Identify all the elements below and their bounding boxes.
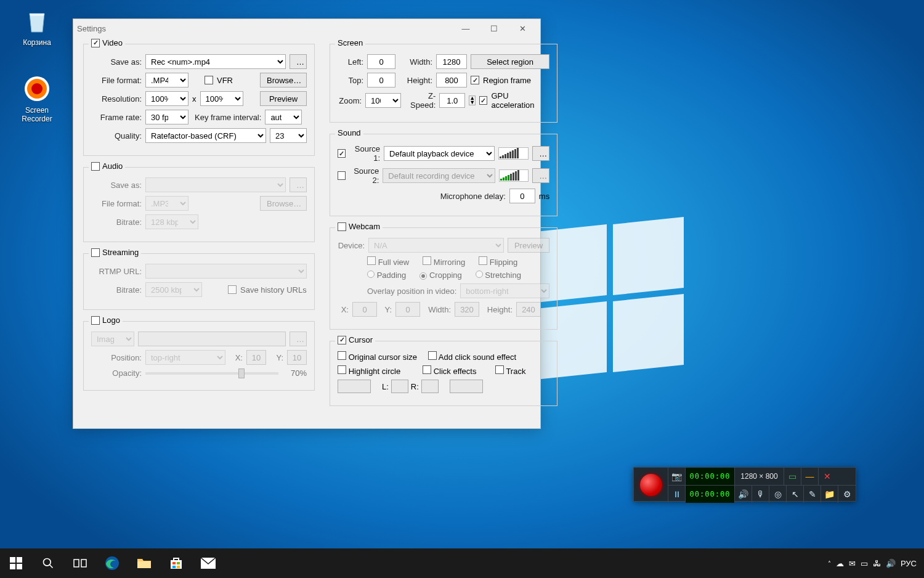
track-checkbox[interactable] [495, 365, 504, 374]
webcam-y-input [395, 302, 420, 317]
zoom-label: Zoom: [338, 96, 362, 105]
region-button[interactable]: ▭ [784, 468, 801, 485]
zspeed-spinner[interactable]: ▲▼ [469, 96, 476, 105]
mic-delay-unit: ms [539, 192, 549, 201]
top-input[interactable] [367, 73, 395, 88]
search-button[interactable] [32, 548, 64, 578]
video-format-select[interactable]: .MP4 [145, 73, 188, 88]
quality-value-select[interactable]: 23 [270, 128, 307, 143]
source2-checkbox[interactable] [338, 171, 346, 180]
preview-button[interactable]: Preview [260, 91, 307, 106]
video-saveas-select[interactable]: Rec <num>.mp4 [145, 54, 286, 69]
top-label: Top: [338, 76, 363, 85]
video-saveas-label: Save as: [91, 57, 142, 67]
system-tray: ˄ ☁ ✉ ▭ 🖧 🔊 РУС [821, 559, 924, 568]
close-button[interactable]: ✕ [508, 19, 537, 38]
minimize-button[interactable]: — [452, 19, 480, 38]
close-bar-button[interactable]: ✕ [819, 468, 836, 485]
network-icon[interactable]: 🖧 [873, 559, 881, 568]
zoom-select[interactable]: 100% [365, 93, 401, 108]
speaker-button[interactable]: 🔊 [735, 486, 752, 503]
vfr-checkbox[interactable] [205, 76, 213, 84]
battery-icon[interactable]: ▭ [861, 559, 868, 568]
maximize-button[interactable]: ☐ [480, 19, 508, 38]
track-color[interactable] [450, 380, 483, 393]
settings-window: Settings — ☐ ✕ Video Save as: Rec <num>.… [73, 18, 541, 429]
resolution-height-select[interactable]: 100% [200, 91, 243, 106]
logo-enable-checkbox[interactable] [91, 316, 100, 325]
messenger-icon[interactable]: ✉ [849, 559, 856, 568]
device-select: N/A [368, 238, 504, 253]
left-click-color[interactable] [391, 380, 408, 393]
source1-select[interactable]: Default playback device [384, 146, 495, 161]
recycle-bin[interactable]: Корзина [12, 6, 62, 47]
webcam-w-input [455, 302, 479, 317]
quality-mode-select[interactable]: Ratefactor-based (CRF) [145, 128, 266, 143]
left-input[interactable] [367, 54, 395, 69]
video-enable-checkbox[interactable] [91, 39, 100, 47]
select-region-button[interactable]: Select region [471, 54, 549, 69]
screenshot-button[interactable]: 📷 [668, 468, 686, 485]
region-frame-checkbox[interactable] [471, 76, 479, 84]
svg-rect-6 [17, 564, 22, 569]
gpu-checkbox[interactable] [479, 96, 487, 105]
mic-delay-input[interactable] [509, 189, 535, 203]
titlebar[interactable]: Settings — ☐ ✕ [73, 19, 540, 38]
flipping-label: Flipping [490, 258, 518, 267]
highlight-color[interactable] [338, 380, 371, 393]
audio-format-label: File format: [91, 199, 142, 208]
cursor-button[interactable]: ↖ [787, 486, 804, 503]
tray-overflow-button[interactable]: ˄ [828, 560, 831, 567]
edge-button[interactable] [96, 548, 128, 578]
original-size-checkbox[interactable] [338, 351, 346, 360]
store-button[interactable] [160, 548, 192, 578]
mic-delay-label: Microphone delay: [440, 192, 506, 201]
audio-saveas-label: Save as: [91, 181, 142, 190]
webcam-enable-checkbox[interactable] [338, 222, 346, 231]
left-label: Left: [338, 57, 363, 67]
video-saveas-browse-button[interactable]: … [290, 54, 307, 69]
recorder-toolbar[interactable]: 📷 00:00:00 1280 × 800 ▭ — ✕ ⏸ 00:00:00 🔊… [633, 467, 856, 502]
video-browse-button[interactable]: Browse… [260, 73, 307, 88]
mic-button[interactable]: 🎙 [752, 486, 769, 503]
onedrive-icon[interactable]: ☁ [836, 559, 844, 568]
streaming-enable-checkbox[interactable] [91, 248, 100, 257]
record-button[interactable] [634, 468, 668, 502]
width-input[interactable] [436, 54, 467, 69]
highlight-checkbox[interactable] [338, 365, 346, 374]
minimize-bar-button[interactable]: — [801, 468, 819, 485]
click-sound-checkbox[interactable] [428, 351, 437, 360]
r-label: R: [411, 382, 419, 391]
source1-settings-button[interactable]: … [532, 146, 549, 161]
explorer-button[interactable] [128, 548, 160, 578]
cursor-legend: Cursor [349, 335, 373, 344]
kfi-select[interactable]: auto [265, 110, 302, 124]
right-click-color[interactable] [421, 380, 439, 393]
settings-button[interactable]: ⚙ [838, 486, 856, 503]
click-sound-label: Add click sound effect [439, 352, 516, 362]
original-size-label: Original cursor size [349, 352, 417, 362]
volume-icon[interactable]: 🔊 [886, 559, 896, 568]
resolution-width-select[interactable]: 100% [145, 91, 188, 106]
task-view-button[interactable] [64, 548, 96, 578]
height-input[interactable] [436, 73, 467, 88]
audio-saveas-browse-button: … [290, 177, 307, 192]
mail-button[interactable] [192, 548, 224, 578]
track-label: Track [506, 367, 525, 376]
screen-legend: Screen [338, 38, 363, 47]
click-effects-checkbox[interactable] [423, 365, 431, 374]
pause-button[interactable]: ⏸ [668, 486, 686, 503]
webcam-button[interactable]: ◎ [769, 486, 787, 503]
folder-button[interactable]: 📁 [821, 486, 838, 503]
screen-recorder-shortcut[interactable]: Screen Recorder [12, 74, 62, 123]
audio-legend: Audio [102, 161, 123, 171]
zspeed-input[interactable] [439, 93, 465, 108]
draw-button[interactable]: ✎ [804, 486, 821, 503]
framerate-select[interactable]: 30 fps [145, 110, 188, 124]
start-button[interactable] [0, 548, 32, 578]
source1-checkbox[interactable] [338, 149, 346, 158]
audio-bitrate-label: Bitrate: [91, 218, 142, 227]
language-indicator[interactable]: РУС [901, 559, 917, 568]
cursor-enable-checkbox[interactable] [338, 336, 346, 344]
audio-enable-checkbox[interactable] [91, 162, 100, 171]
